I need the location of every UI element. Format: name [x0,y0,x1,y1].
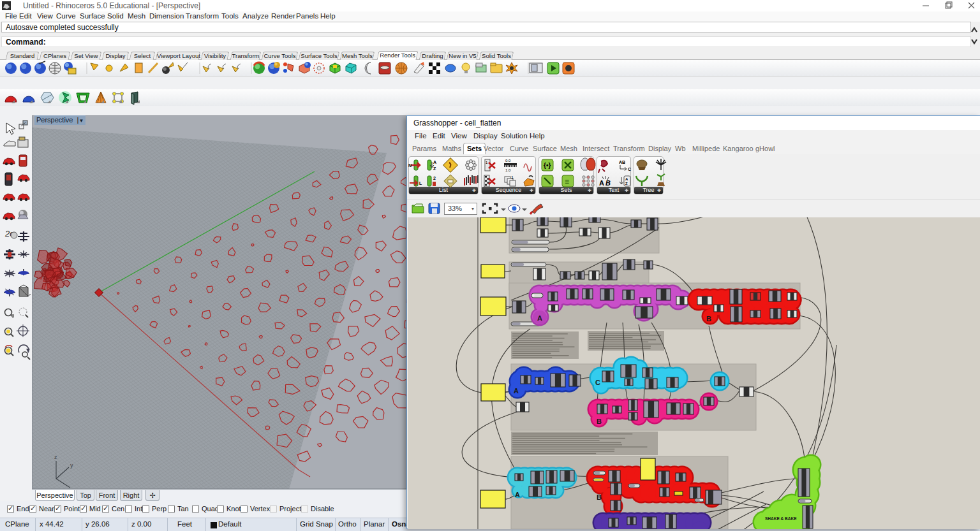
svg-text:C: C [628,167,631,171]
svg-text:A: A [514,387,519,395]
svg-text:Z: Z [433,166,436,171]
svg-text:A: A [537,314,542,322]
svg-text:L: L [419,181,422,185]
svg-text:1: 1 [511,175,514,180]
svg-text:z: z [54,454,57,460]
svg-text:C: C [595,379,600,386]
svg-text:2: 2 [433,176,436,180]
svg-text:Z: Z [625,182,628,185]
svg-text:{•}: {•} [544,162,551,169]
svg-text:N: N [408,163,412,168]
svg-text:SHAKE & BAKE: SHAKE & BAKE [765,516,797,521]
svg-text:B: B [605,179,611,187]
svg-text:0.0: 0.0 [505,159,511,163]
svg-text:A: A [599,179,604,187]
svg-text:A: A [433,160,436,164]
svg-text:A: A [625,177,628,181]
svg-text:A: A [515,491,520,498]
svg-text:1.0: 1.0 [505,168,511,172]
svg-text:y: y [70,462,73,469]
svg-text:B: B [597,493,602,501]
svg-text:B: B [706,315,711,323]
svg-text:B: B [597,418,602,425]
svg-text:≡: ≡ [565,177,569,186]
svg-text:AB: AB [619,160,625,164]
